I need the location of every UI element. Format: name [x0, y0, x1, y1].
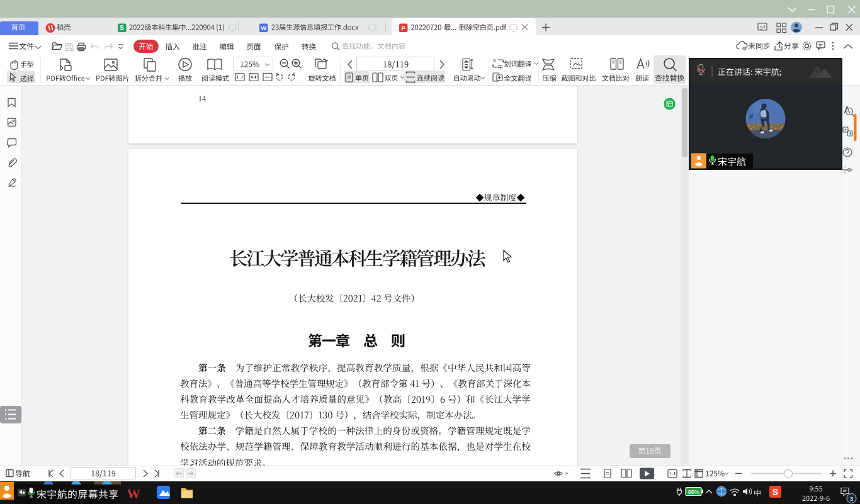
svg-text:98%: 98%: [687, 489, 699, 495]
svg-text:3: 3: [850, 495, 853, 502]
svg-text:W: W: [261, 25, 266, 31]
svg-text:S: S: [120, 25, 124, 31]
svg-text:3: 3: [760, 25, 763, 31]
svg-text:W: W: [127, 486, 140, 501]
svg-text:S: S: [772, 487, 778, 497]
svg-text:P: P: [402, 25, 406, 31]
